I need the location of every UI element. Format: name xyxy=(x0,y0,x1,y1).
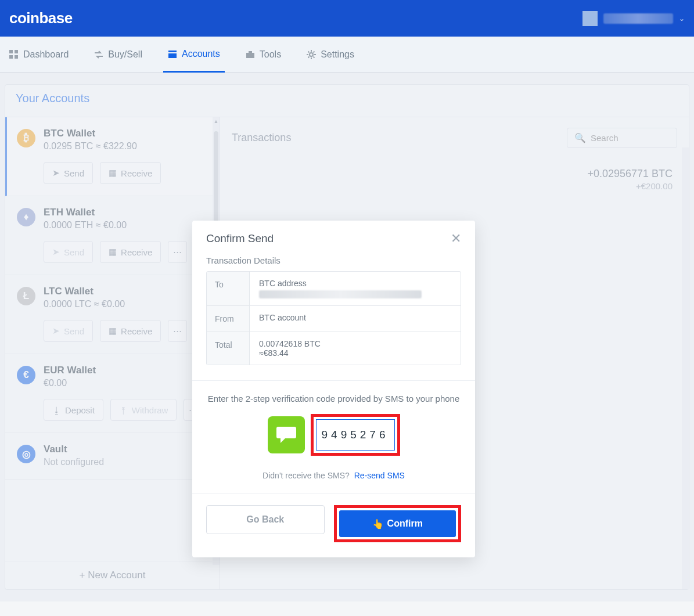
nav-accounts-label: Accounts xyxy=(182,49,220,59)
detail-to-label: BTC address xyxy=(259,279,451,288)
svg-rect-7 xyxy=(249,51,252,53)
user-menu[interactable]: ⌄ xyxy=(582,11,685,26)
btc-address-redacted xyxy=(259,290,422,298)
nav-buysell[interactable]: Buy/Sell xyxy=(89,37,147,72)
modal-close-button[interactable]: ✕ xyxy=(451,231,461,246)
detail-total-fiat: ≈€83.44 xyxy=(259,348,451,358)
nav-tools-label: Tools xyxy=(260,49,281,60)
chevron-down-icon: ⌄ xyxy=(679,15,685,23)
nav-dashboard[interactable]: Dashboard xyxy=(5,37,73,72)
detail-row-to: To BTC address xyxy=(207,272,461,306)
detail-total-btc: 0.00742618 BTC xyxy=(259,339,451,348)
cursor-pointer-icon: 👆 xyxy=(372,518,384,529)
nav-buysell-label: Buy/Sell xyxy=(108,49,142,60)
user-avatar xyxy=(582,11,598,26)
main-content: Your Accounts ▲ ₿ BTC Wallet 0.0295 BTC … xyxy=(0,73,694,601)
verification-code-highlight xyxy=(311,414,400,456)
svg-rect-1 xyxy=(15,50,18,53)
svg-point-8 xyxy=(310,53,313,56)
verification-code-input[interactable] xyxy=(316,419,395,451)
dashboard-icon xyxy=(9,50,19,59)
user-name-redacted xyxy=(603,13,673,24)
transaction-details-label: Transaction Details xyxy=(192,255,475,271)
brand-logo: coinbase xyxy=(9,9,73,27)
nav-tools[interactable]: Tools xyxy=(241,37,286,72)
modal-title: Confirm Send xyxy=(206,232,274,245)
nav-accounts[interactable]: Accounts xyxy=(163,37,225,73)
main-nav: Dashboard Buy/Sell Accounts Tools Settin… xyxy=(0,37,694,73)
resend-sms-link[interactable]: Re-send SMS xyxy=(354,471,405,480)
nav-dashboard-label: Dashboard xyxy=(23,49,69,60)
svg-rect-3 xyxy=(15,55,18,59)
transaction-details-table: To BTC address From BTC account Total 0.… xyxy=(206,271,461,365)
resend-question: Didn't receive the SMS? xyxy=(263,471,350,480)
nav-settings[interactable]: Settings xyxy=(302,37,359,72)
wallet-icon xyxy=(168,49,177,59)
detail-row-total: Total 0.00742618 BTC ≈€83.44 xyxy=(207,332,461,365)
briefcase-icon xyxy=(246,50,255,59)
transfer-icon xyxy=(94,50,103,59)
detail-from-key: From xyxy=(207,306,250,332)
svg-rect-6 xyxy=(246,53,254,58)
gear-icon xyxy=(307,50,316,59)
confirm-button[interactable]: 👆 Confirm xyxy=(339,510,456,537)
confirm-button-highlight: 👆 Confirm xyxy=(334,505,462,542)
confirm-label: Confirm xyxy=(387,518,423,529)
detail-row-from: From BTC account xyxy=(207,306,461,332)
detail-total-key: Total xyxy=(207,332,250,365)
confirm-send-modal: Confirm Send ✕ Transaction Details To BT… xyxy=(192,221,475,557)
detail-to-key: To xyxy=(207,272,250,305)
go-back-button[interactable]: Go Back xyxy=(206,505,325,534)
svg-rect-5 xyxy=(168,53,177,58)
svg-rect-0 xyxy=(9,50,13,53)
svg-rect-2 xyxy=(9,55,13,59)
top-header: coinbase ⌄ xyxy=(0,0,694,37)
sms-icon xyxy=(268,416,305,453)
verification-instructions: Enter the 2-step verification code provi… xyxy=(192,381,475,414)
detail-from-val: BTC account xyxy=(250,306,461,332)
svg-rect-4 xyxy=(168,51,177,52)
nav-settings-label: Settings xyxy=(321,49,354,60)
close-icon: ✕ xyxy=(451,231,461,246)
